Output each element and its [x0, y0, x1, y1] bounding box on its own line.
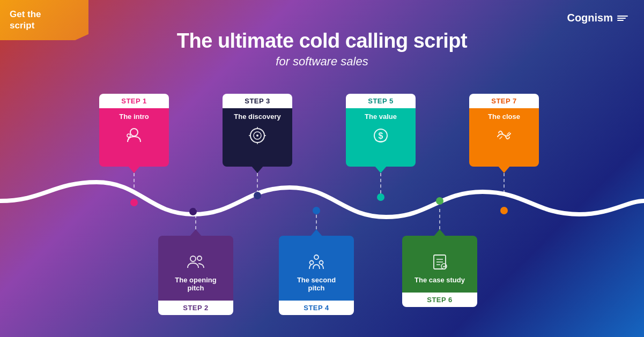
step7-label: STEP 7	[469, 94, 539, 108]
step5-label: STEP 5	[346, 94, 416, 108]
wave-dot-2	[189, 208, 197, 215]
step-card-3: STEP 3 The discovery	[223, 94, 292, 167]
step6-title: The case study	[408, 276, 472, 284]
cognism-logo: Cognism	[567, 12, 628, 24]
cognism-name: Cognism	[567, 12, 613, 24]
step1-label: STEP 1	[99, 94, 169, 108]
svg-point-6	[256, 134, 258, 137]
svg-point-13	[320, 261, 323, 265]
step7-icon	[475, 125, 534, 151]
wave-dot-1	[130, 199, 138, 206]
step2-title: The openingpitch	[164, 276, 228, 292]
step1-body: The intro	[99, 108, 169, 167]
wave-graphic	[0, 171, 644, 236]
step6-icon	[408, 252, 472, 276]
step5-title: The value	[351, 113, 410, 121]
step-card-5: STEP 5 The value $	[346, 94, 416, 167]
step6-body: The case study	[402, 236, 477, 293]
title-section: The ultimate cold calling script for sof…	[0, 29, 644, 69]
step3-body: The discovery	[223, 108, 292, 167]
step4-title: The secondpitch	[284, 276, 349, 292]
svg-point-2	[190, 256, 196, 261]
wave-dot-7	[500, 207, 508, 214]
step5-body: The value $	[346, 108, 416, 167]
svg-point-0	[130, 129, 138, 136]
step2-label: STEP 2	[158, 301, 233, 315]
svg-point-3	[197, 256, 202, 260]
step2-icon	[164, 252, 228, 276]
step1-title: The intro	[105, 113, 164, 121]
svg-point-12	[310, 261, 314, 265]
svg-text:$: $	[379, 131, 383, 140]
svg-point-11	[314, 255, 319, 259]
step2-body: The openingpitch	[158, 236, 233, 301]
step5-icon: $	[351, 125, 410, 151]
wave-dot-5	[377, 193, 384, 201]
step4-body: The secondpitch	[279, 236, 354, 301]
get-script-label: Get the script	[10, 9, 41, 31]
step-card-7: STEP 7 The close	[469, 94, 539, 167]
step4-icon	[284, 252, 349, 276]
step1-icon	[105, 125, 164, 151]
step7-body: The close	[469, 108, 539, 167]
main-title: The ultimate cold calling script	[0, 29, 644, 53]
step6-label: STEP 6	[402, 293, 477, 307]
svg-point-1	[127, 134, 130, 137]
step3-title: The discovery	[228, 113, 287, 121]
step4-label: STEP 4	[279, 301, 354, 315]
wave-dot-3	[254, 192, 261, 199]
get-script-tab[interactable]: Get the script	[0, 0, 88, 40]
step3-label: STEP 3	[223, 94, 292, 108]
cognism-icon	[617, 16, 628, 21]
wave-dot-4	[313, 207, 320, 214]
wave-dot-6	[436, 197, 443, 205]
step-card-4: The secondpitch STEP 4	[279, 236, 354, 315]
sub-title: for software sales	[0, 55, 644, 69]
step3-icon	[228, 125, 287, 151]
step-card-1: STEP 1 The intro	[99, 94, 169, 167]
step-card-2: The openingpitch STEP 2	[158, 236, 233, 315]
step-card-6: The case study STEP 6	[402, 236, 477, 307]
step7-title: The close	[475, 113, 534, 121]
